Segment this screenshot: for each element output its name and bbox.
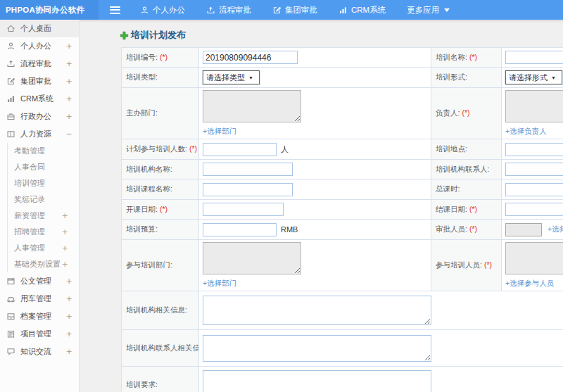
topnav-item[interactable]: 个人办公 [140, 5, 185, 15]
field-wrap [203, 182, 293, 194]
sidebar-item-用车管理[interactable]: 用车管理+ [0, 290, 79, 308]
picker-textarea[interactable] [203, 242, 301, 274]
picker-textarea[interactable] [505, 242, 563, 274]
sidebar-item-人力资源[interactable]: 人力资源− [0, 125, 79, 143]
picker-link[interactable]: +选择部门 [203, 127, 236, 135]
menu-toggle-icon[interactable] [110, 6, 120, 14]
field-input-cell [199, 330, 563, 367]
field-input-cell [502, 160, 563, 179]
field-input-cell: +选择审批人员 [502, 220, 563, 240]
field-label: 计划参与培训人数: [126, 144, 187, 153]
field-label: 开课日期: [126, 205, 158, 213]
dropdown-select[interactable]: 请选择形式▼ [505, 70, 562, 84]
sidebar-item-流程审批[interactable]: 流程审批+ [0, 55, 79, 72]
picker-textarea[interactable] [203, 90, 301, 122]
sidebar-item-行政办公[interactable]: 行政办公+ [0, 108, 79, 125]
field-label-cell: 培训名称:(*) [431, 48, 502, 68]
topnav-item[interactable]: CRM系统 [339, 5, 386, 15]
collapse-icon: − [66, 129, 72, 139]
info-textarea[interactable] [203, 296, 431, 325]
required-mark: (*) [189, 144, 197, 153]
text-input[interactable] [505, 51, 563, 64]
picker-link[interactable]: +选择审批人员 [548, 225, 563, 233]
text-input[interactable] [505, 183, 563, 196]
info-textarea[interactable] [203, 370, 431, 392]
sidebar: 个人桌面个人办公+流程审批+集团审批+CRM系统+行政办公+人力资源−考勤管理人… [0, 20, 80, 392]
sidebar-item-label: 个人办公 [20, 41, 51, 51]
field-label-cell: 结课日期:(*) [431, 200, 502, 220]
text-input[interactable] [203, 51, 298, 64]
sidebar-item-CRM系统[interactable]: CRM系统+ [0, 90, 79, 108]
picker-input[interactable] [505, 223, 542, 236]
field-label: 培训名称: [436, 53, 467, 61]
expand-icon: + [66, 329, 72, 339]
topnav-item[interactable]: 集团审批 [272, 5, 317, 15]
page-title-text: 培训计划发布 [131, 29, 186, 42]
picker-link-row: +选择部门 [203, 276, 428, 289]
field-label: 培训预算: [126, 225, 158, 233]
field-input-cell [502, 139, 563, 160]
sidebar-subitem-人事管理[interactable]: 人事管理+ [8, 240, 79, 256]
sidebar-subitem-薪资管理[interactable]: 薪资管理+ [8, 208, 79, 224]
required-mark: (*) [160, 53, 167, 61]
required-mark: (*) [484, 260, 492, 269]
sidebar-item-知识交流[interactable]: 知识交流+ [0, 343, 79, 360]
sidebar-subitem-招聘管理[interactable]: 招聘管理+ [8, 224, 79, 240]
info-textarea[interactable] [203, 335, 431, 362]
field-label: 培训机构联系人相关信息: [126, 343, 199, 352]
sidebar-item-label: CRM系统 [20, 94, 53, 104]
picker-link[interactable]: +选择参与人员 [505, 279, 554, 287]
dropdown-select[interactable]: 请选择类型▼ [203, 70, 260, 84]
field-input-cell [502, 48, 563, 68]
picker-link[interactable]: +选择负责人 [505, 127, 547, 135]
field-label-cell: 主办部门: [122, 88, 199, 139]
text-input[interactable] [203, 203, 284, 216]
expand-icon: + [66, 42, 72, 51]
picker-link[interactable]: +选择部门 [203, 279, 236, 287]
field-input-cell [199, 367, 563, 392]
sidebar-subitem-考勤管理[interactable]: 考勤管理 [8, 143, 79, 159]
topnav-item[interactable]: 更多应用 [407, 5, 450, 15]
sidebar-item-公文管理[interactable]: 公文管理+ [0, 272, 79, 290]
text-input[interactable] [203, 143, 277, 156]
topbar: PHPOA协同办公软件 个人办公流程审批集团审批CRM系统更多应用 [0, 0, 563, 20]
sidebar-item-个人办公[interactable]: 个人办公+ [0, 37, 79, 55]
field-input-cell: +选择部门 [199, 88, 431, 139]
field-label-cell: 培训预算: [122, 220, 199, 240]
sidebar-subitem-奖惩记录[interactable]: 奖惩记录 [8, 191, 79, 208]
text-input[interactable] [505, 163, 563, 176]
field-label-cell: 培训要求: [122, 367, 199, 392]
text-input[interactable] [203, 183, 293, 196]
field-label-cell: 培训形式: [431, 68, 502, 88]
sidebar-item-档案管理[interactable]: 档案管理+ [0, 308, 79, 325]
sidebar-item-项目管理[interactable]: 项目管理+ [0, 325, 79, 343]
chat-icon [6, 347, 15, 356]
field-input-cell: +选择部门 [199, 240, 431, 291]
field-wrap: +选择审批人员 [505, 222, 563, 234]
picker-textarea[interactable] [505, 90, 563, 122]
sidebar-item-个人桌面[interactable]: 个人桌面 [0, 20, 79, 37]
field-wrap: 请选择类型▼ [203, 70, 260, 82]
picker-link-row: +选择负责人 [505, 124, 563, 137]
sidebar-subitem-培训管理[interactable]: 培训管理 [8, 175, 79, 191]
text-input[interactable] [505, 203, 563, 216]
topnav-item[interactable]: 流程审批 [206, 5, 251, 15]
text-input[interactable] [505, 143, 563, 156]
add-plus-icon [120, 31, 129, 40]
text-input[interactable] [203, 163, 293, 176]
required-mark: (*) [469, 53, 477, 61]
field-wrap: 人 [203, 142, 289, 154]
picker-link-row: +选择参与人员 [505, 276, 563, 289]
sidebar-item-label: 公文管理 [20, 276, 51, 286]
field-wrap [203, 296, 563, 325]
app-logo: PHPOA协同办公软件 [0, 0, 99, 20]
field-wrap [505, 203, 563, 215]
sidebar-item-集团审批[interactable]: 集团审批+ [0, 72, 79, 90]
text-input[interactable] [203, 223, 277, 236]
field-label: 培训课程名称: [126, 184, 172, 193]
field-label: 参与培训人员: [436, 260, 482, 269]
sidebar-subitem-人事合同[interactable]: 人事合同 [8, 159, 79, 175]
field-label-cell: 培训机构相关信息: [122, 291, 199, 330]
sidebar-subitem-基础类别设置[interactable]: 基础类别设置+ [8, 256, 79, 272]
topnav-item-label: 个人办公 [153, 5, 185, 15]
